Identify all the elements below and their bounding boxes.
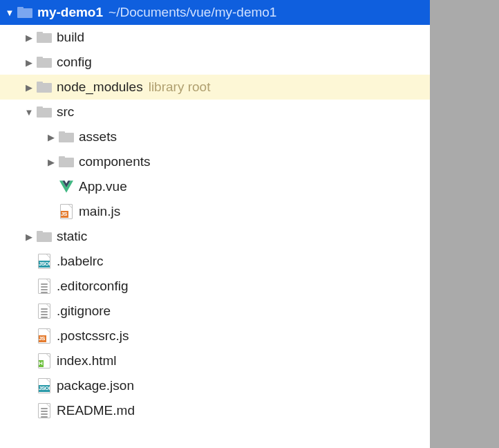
tree-item-label: static: [57, 229, 87, 244]
tree-row-build[interactable]: ▶build: [0, 25, 430, 50]
tree-root-row[interactable]: ▼ my-demo1 ~/Documents/vue/my-demo1: [0, 0, 430, 25]
tree-row-babelrc[interactable]: ▶JSON.babelrc: [0, 249, 430, 274]
folder-icon: [36, 79, 53, 95]
tree-item-label: node_modules: [57, 80, 143, 95]
tree-item-label: assets: [79, 129, 117, 144]
tree-row-node_modules[interactable]: ▶node_moduleslibrary root: [0, 75, 430, 100]
tree-root-name: my-demo1: [37, 5, 103, 20]
tree-item-label: config: [57, 55, 92, 70]
tree-row-config[interactable]: ▶config: [0, 50, 430, 75]
tree-item-label: main.js: [79, 204, 120, 219]
folder-icon: [58, 153, 75, 170]
chevron-right-icon[interactable]: ▶: [23, 232, 35, 242]
tree-row-postcssrc[interactable]: ▶JS.postcssrc.js: [0, 324, 430, 348]
text-file-icon: [36, 303, 53, 319]
html-file-icon: H: [36, 353, 53, 369]
tree-row-app-vue[interactable]: ▶App.vue: [0, 174, 430, 199]
tree-item-label: .postcssrc.js: [57, 328, 129, 344]
tree-row-src[interactable]: ▼src: [0, 100, 430, 124]
tree-row-components[interactable]: ▶components: [0, 149, 430, 174]
project-tree-panel: ▼ my-demo1 ~/Documents/vue/my-demo1 ▶bui…: [0, 0, 430, 448]
tree-row-index-html[interactable]: ▶Hindex.html: [0, 348, 430, 373]
json-file-icon: JSON: [36, 377, 53, 394]
chevron-right-icon[interactable]: ▶: [46, 132, 57, 142]
tree-item-annotation: library root: [149, 80, 211, 95]
tree-item-label: src: [57, 104, 74, 120]
tree-item-label: App.vue: [79, 179, 127, 194]
tree-row-main-js[interactable]: ▶JSmain.js: [0, 199, 430, 224]
text-file-icon: [36, 402, 53, 419]
text-file-icon: [36, 278, 53, 295]
tree-root-path: ~/Documents/vue/my-demo1: [109, 5, 276, 20]
folder-icon: [36, 54, 53, 71]
tree-item-label: .gitignore: [57, 304, 111, 319]
json-file-icon: JSON: [36, 253, 53, 270]
chevron-right-icon[interactable]: ▶: [23, 82, 35, 93]
tree-row-readme[interactable]: ▶README.md: [0, 398, 430, 423]
folder-icon: [36, 104, 53, 120]
folder-icon: [36, 228, 53, 245]
tree-item-label: build: [57, 30, 84, 45]
chevron-down-icon[interactable]: ▼: [4, 8, 15, 18]
tree-row-package-json[interactable]: ▶JSONpackage.json: [0, 373, 430, 398]
folder-icon: [36, 29, 53, 46]
tree-row-editorconfig[interactable]: ▶.editorconfig: [0, 274, 430, 299]
chevron-right-icon[interactable]: ▶: [23, 57, 35, 68]
chevron-right-icon[interactable]: ▶: [23, 32, 35, 43]
vue-icon: [58, 178, 75, 195]
js-file-icon: JS: [36, 328, 53, 344]
tree-item-label: .babelrc: [57, 254, 104, 269]
tree-row-gitignore[interactable]: ▶.gitignore: [0, 299, 430, 324]
tree-item-label: package.json: [57, 378, 134, 393]
folder-icon: [58, 129, 75, 145]
tree-item-label: .editorconfig: [57, 279, 129, 294]
tree-item-label: README.md: [57, 403, 135, 418]
tree-item-label: index.html: [57, 353, 117, 368]
chevron-right-icon[interactable]: ▶: [46, 157, 57, 167]
chevron-down-icon[interactable]: ▼: [23, 107, 35, 118]
folder-icon: [17, 4, 33, 21]
tree-item-label: components: [79, 154, 151, 169]
tree-row-assets[interactable]: ▶assets: [0, 124, 430, 149]
tree-row-static[interactable]: ▶static: [0, 224, 430, 249]
js-file-icon: JS: [58, 203, 75, 220]
tree-body: ▶build▶config▶node_moduleslibrary root▼s…: [0, 25, 430, 423]
